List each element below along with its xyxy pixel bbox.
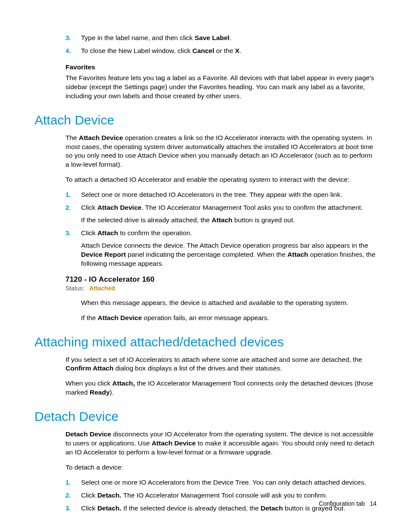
attach-device-heading: Attach Device — [34, 113, 377, 128]
status-label: Status: — [65, 285, 84, 292]
mixed-heading: Attaching mixed attached/detached device… — [34, 335, 377, 349]
attach-lead: To attach a detached IO Accelerator and … — [65, 175, 377, 184]
footer-section: Configuration tab — [319, 500, 365, 507]
step-text: Select one or more detached IO Accelerat… — [81, 191, 342, 198]
step-number: 3. — [65, 504, 71, 513]
attach-after-1: When this message appears, the device is… — [81, 299, 377, 308]
attach-after-2: If the Attach Device operation fails, an… — [81, 314, 377, 323]
detach-p2: To detach a device: — [65, 463, 377, 472]
step-number: 4. — [65, 47, 71, 55]
step-text: Select one or more IO Accelerators from … — [81, 479, 366, 486]
step-text: Type in the label name, and then click S… — [81, 34, 231, 41]
footer-page: 14 — [370, 500, 377, 507]
intro-step-3: 3. Type in the label name, and then clic… — [65, 34, 377, 43]
step-number: 2. — [65, 203, 71, 212]
step-number: 3. — [65, 229, 71, 237]
step-text: Click Detach. The IO Accelerator Managem… — [81, 492, 327, 499]
step-text: Click Attach Device. The IO Accelerator … — [81, 204, 363, 211]
step-text: Click Attach to confirm the operation. — [81, 229, 192, 236]
page-footer: Configuration tab 14 — [319, 500, 377, 507]
intro-steps: 3. Type in the label name, and then clic… — [65, 34, 377, 56]
favorites-text: The Favorites feature lets you tag a lab… — [65, 74, 377, 101]
step-text: Click Detach. If the selected device is … — [81, 504, 345, 512]
detach-heading: Detach Device — [34, 409, 377, 424]
status-title: 7120 - IO Accelerator 160 — [65, 275, 377, 284]
mixed-p1: If you select a set of IO Accelerators t… — [65, 355, 377, 373]
step-number: 3. — [65, 34, 71, 42]
intro-step-4: 4. To close the New Label window, click … — [65, 47, 377, 56]
status-value: Attached — [89, 285, 115, 292]
step-text: To close the New Label window, click Can… — [81, 47, 241, 54]
step-number: 1. — [65, 190, 71, 199]
detach-p1: Detach Device disconnects your IO Accele… — [65, 430, 377, 457]
detach-step-1: 1. Select one or more IO Accelerators fr… — [65, 478, 377, 487]
attach-step-3: 3. Click Attach to confirm the operation… — [65, 229, 377, 268]
attach-step-2: 2. Click Attach Device. The IO Accelerat… — [65, 203, 377, 225]
attach-step-1: 1. Select one or more detached IO Accele… — [65, 190, 377, 199]
step-number: 1. — [65, 478, 71, 487]
mixed-p2: When you click Attach, the IO Accelerato… — [65, 379, 377, 397]
status-line: Status: Attached — [65, 285, 377, 292]
attach-steps: 1. Select one or more detached IO Accele… — [65, 190, 377, 268]
detach-steps: 1. Select one or more IO Accelerators fr… — [65, 478, 377, 513]
step-followup: Attach Device connects the device. The A… — [81, 241, 377, 268]
step-followup: If the selected drive is already attache… — [81, 216, 377, 225]
step-number: 2. — [65, 491, 71, 500]
favorites-heading: Favorites — [65, 63, 377, 71]
attach-intro: The Attach Device operation creates a li… — [65, 134, 377, 170]
detach-step-2: 2. Click Detach. The IO Accelerator Mana… — [65, 491, 377, 500]
status-message: 7120 - IO Accelerator 160 Status: Attach… — [65, 275, 377, 292]
